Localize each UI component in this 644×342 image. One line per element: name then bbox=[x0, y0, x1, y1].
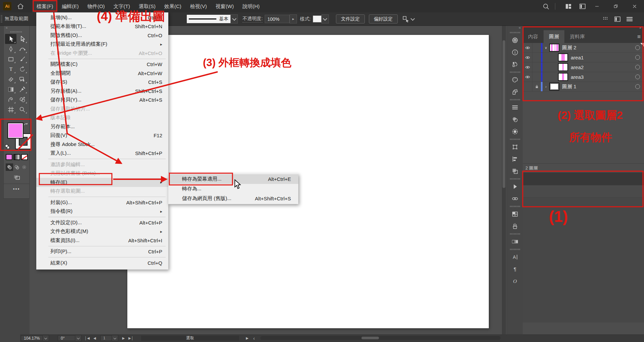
layer-row-3[interactable]: area3 bbox=[523, 72, 644, 82]
visibility-eye-icon[interactable] bbox=[523, 53, 532, 62]
layer-thumbnail[interactable] bbox=[558, 73, 568, 81]
layer-thumbnail[interactable] bbox=[549, 83, 559, 91]
document-setup-button[interactable]: 文件設定 bbox=[336, 14, 365, 23]
file-menu-item-21[interactable]: 轉存選取範圍... bbox=[36, 187, 168, 196]
fill-color-swatch[interactable] bbox=[7, 123, 24, 139]
strip-collapse-icon[interactable]: « bbox=[507, 26, 523, 31]
screen-mode-icon[interactable] bbox=[12, 174, 21, 181]
links-icon[interactable] bbox=[507, 193, 523, 205]
layer-row-0[interactable]: ∨圖層 2 bbox=[523, 43, 644, 53]
style-swatch[interactable] bbox=[313, 15, 321, 22]
menubar-item-3[interactable]: 文字(T) bbox=[109, 0, 134, 12]
swap-fill-stroke-icon[interactable] bbox=[23, 122, 29, 127]
file-menu-item-30[interactable]: 列印(P)...Ctrl+P bbox=[36, 247, 168, 256]
panel-group-grip[interactable] bbox=[510, 249, 520, 250]
zoom-level-field[interactable]: 104.17% bbox=[21, 335, 43, 341]
layer-target-icon[interactable] bbox=[635, 84, 640, 89]
gradient-button[interactable] bbox=[13, 154, 20, 160]
app-icon[interactable]: Ai bbox=[3, 2, 11, 10]
color-icon[interactable] bbox=[507, 74, 523, 86]
gradient-panel-icon[interactable] bbox=[507, 236, 523, 248]
control-menu-icon[interactable] bbox=[626, 15, 634, 23]
vertical-scrollbar[interactable] bbox=[502, 26, 506, 334]
status-expand-icon[interactable]: ▶ bbox=[246, 336, 249, 340]
transparency-icon[interactable] bbox=[507, 113, 523, 126]
layer-target-icon[interactable] bbox=[635, 75, 640, 79]
artboard-number-field[interactable]: 1 bbox=[100, 335, 112, 341]
lock-icon[interactable] bbox=[532, 82, 541, 91]
effect-icon[interactable] bbox=[507, 126, 523, 138]
file-menu-item-11[interactable]: 儲存選取的切片... bbox=[36, 104, 168, 113]
direct-selection-tool[interactable] bbox=[16, 34, 28, 44]
actions-icon[interactable] bbox=[507, 181, 523, 193]
export-submenu-item-2[interactable]: 儲存為網頁用 (舊版)...Alt+Shift+Ctrl+S bbox=[168, 194, 298, 203]
none-button[interactable] bbox=[21, 154, 28, 160]
properties-icon[interactable] bbox=[507, 34, 523, 46]
style-chevron-icon[interactable] bbox=[321, 14, 329, 23]
menubar-item-7[interactable]: 視窗(W) bbox=[211, 0, 238, 12]
file-menu-item-12[interactable]: 版本記錄 bbox=[36, 113, 168, 123]
file-menu-item-0[interactable]: 新增(N)...Ctrl+N bbox=[36, 13, 168, 22]
file-menu-item-14[interactable]: 回復(V)F12 bbox=[36, 131, 168, 140]
default-fill-stroke-icon[interactable] bbox=[5, 144, 10, 149]
tab-圖層[interactable]: 圖層 bbox=[544, 30, 564, 43]
draw-normal-icon[interactable] bbox=[6, 163, 13, 171]
search-icon[interactable] bbox=[541, 2, 551, 10]
gradient-tool[interactable] bbox=[5, 84, 16, 94]
panel-menu-icon[interactable]: ≡ bbox=[637, 34, 641, 40]
visibility-eye-icon[interactable] bbox=[523, 43, 532, 52]
zoom-tool[interactable] bbox=[16, 104, 28, 114]
layer-target-icon[interactable] bbox=[635, 45, 640, 50]
panel-group-grip[interactable] bbox=[510, 139, 520, 140]
layer-row-4[interactable]: ›圖層 1 bbox=[523, 82, 644, 92]
curvature-tool[interactable] bbox=[16, 44, 28, 54]
color-guide-icon[interactable] bbox=[507, 86, 523, 98]
panel-group-grip[interactable] bbox=[510, 206, 520, 207]
file-menu-item-20[interactable]: 轉存(E)▸ bbox=[36, 178, 168, 187]
brushes-icon[interactable] bbox=[507, 220, 523, 232]
draw-behind-icon[interactable] bbox=[13, 163, 20, 171]
menubar-item-6[interactable]: 檢視(V) bbox=[186, 0, 211, 12]
file-menu-item-27[interactable]: 文件色彩模式(M)▸ bbox=[36, 227, 168, 236]
visibility-cell[interactable] bbox=[523, 82, 532, 91]
artboard-number-chevron-icon[interactable] bbox=[112, 335, 118, 341]
file-menu-item-32[interactable]: 結束(X)Ctrl+Q bbox=[36, 258, 168, 267]
file-menu-item-7[interactable]: 全部關閉Alt+Ctrl+W bbox=[36, 69, 168, 78]
layer-thumbnail[interactable] bbox=[558, 63, 568, 71]
panel-group-grip[interactable] bbox=[510, 32, 520, 33]
stroke-style-chevron-icon[interactable] bbox=[230, 14, 238, 23]
file-menu-item-3[interactable]: 打開最近使用過的檔案(F)▸ bbox=[36, 40, 168, 49]
file-menu-item-28[interactable]: 檔案資訊(I)...Alt+Shift+Ctrl+I bbox=[36, 236, 168, 245]
pathfinder-icon[interactable] bbox=[507, 165, 523, 177]
layer-target-icon[interactable] bbox=[635, 55, 640, 60]
file-menu-item-15[interactable]: 搜尋 Adobe Stock... bbox=[36, 140, 168, 149]
paragraph-icon[interactable]: ¶ bbox=[507, 263, 523, 275]
select-similar-icon[interactable] bbox=[402, 15, 410, 23]
file-menu-item-24[interactable]: 指令檔(R)▸ bbox=[36, 207, 168, 216]
menubar-item-5[interactable]: 效果(C) bbox=[160, 0, 186, 12]
home-icon[interactable] bbox=[15, 2, 26, 10]
export-submenu-item-0[interactable]: 轉存為螢幕適用...Alt+Ctrl+E bbox=[168, 174, 298, 184]
file-menu-item-16[interactable]: 置入(L)...Shift+Ctrl+P bbox=[36, 149, 168, 158]
lock-cell[interactable] bbox=[532, 72, 541, 82]
layer-row-2[interactable]: area2 bbox=[523, 62, 644, 72]
export-submenu-item-1[interactable]: 轉存為... bbox=[168, 184, 298, 194]
rotate-tool[interactable] bbox=[16, 64, 28, 74]
horizontal-scrollbar-thumb[interactable] bbox=[361, 337, 379, 339]
prev-artboard-icon[interactable]: ◀ bbox=[93, 336, 96, 340]
layer-thumbnail[interactable] bbox=[558, 53, 568, 61]
file-menu-item-9[interactable]: 另存新檔(A)...Shift+Ctrl+S bbox=[36, 87, 168, 96]
character-icon[interactable]: A bbox=[507, 251, 523, 263]
type-tool[interactable]: T bbox=[5, 64, 16, 74]
live-paint-selection-tool[interactable] bbox=[16, 74, 28, 84]
opentype-icon[interactable]: O bbox=[507, 275, 523, 287]
rotation-chevron-icon[interactable] bbox=[75, 335, 82, 341]
stroke-icon[interactable] bbox=[507, 101, 523, 113]
panel-group-grip[interactable] bbox=[510, 233, 520, 235]
first-artboard-icon[interactable]: │◀ bbox=[85, 336, 90, 340]
artboard-tool[interactable] bbox=[5, 104, 16, 114]
opacity-label[interactable]: 不透明度: bbox=[243, 16, 263, 22]
file-menu-item-26[interactable]: 文件設定(D)...Alt+Ctrl+P bbox=[36, 218, 168, 227]
last-artboard-icon[interactable]: ▶│ bbox=[128, 336, 134, 340]
tab-內容[interactable]: 內容 bbox=[523, 30, 544, 43]
